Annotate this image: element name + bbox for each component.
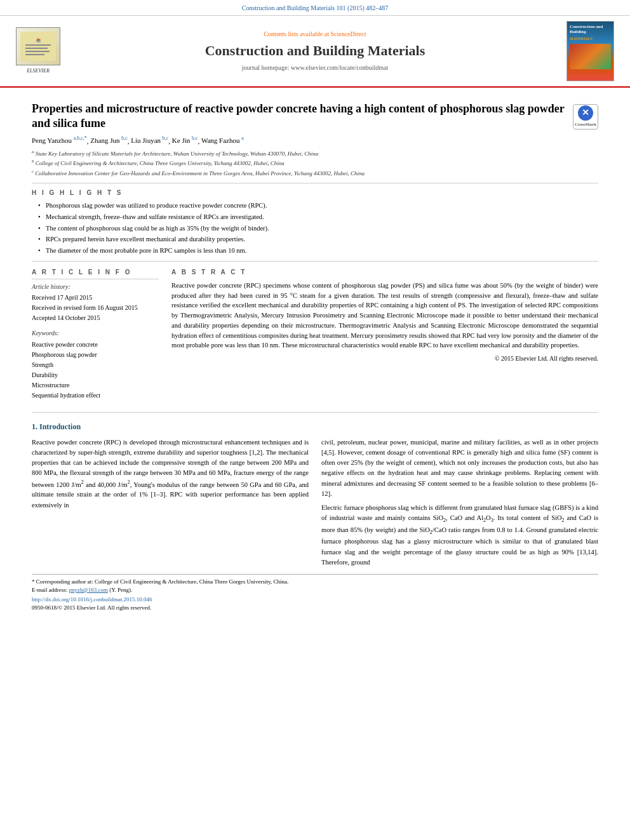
- article-info-col: A R T I C L E I N F O Article history: R…: [32, 268, 159, 407]
- divider-1: [32, 183, 598, 183]
- affiliation-c: c Collaborative Innovation Center for Ge…: [32, 168, 598, 178]
- science-direct-text: ScienceDirect: [330, 30, 366, 37]
- author-1-sup: a,b,c,*: [74, 136, 87, 142]
- author-1: Peng Yanzhou a,b,c,*: [32, 137, 87, 144]
- keyword-item: Sequential hydration effect: [32, 390, 159, 401]
- elsevier-logo-area: 📚 ELSEVIER: [13, 27, 64, 74]
- highlight-item: Mechanical strength, freeze–thaw and sul…: [38, 213, 598, 222]
- keyword-item: Phosphorous slag powder: [32, 350, 159, 360]
- highlight-item: The diameter of the most probable pore i…: [38, 246, 598, 256]
- keywords-section: Keywords: Reactive powder concrete Phosp…: [32, 329, 159, 401]
- journal-header: 📚 ELSEVIER Contents lists available at S…: [0, 16, 630, 88]
- journal-reference: Construction and Building Materials 101 …: [0, 0, 630, 16]
- keyword-item: Durability: [32, 370, 159, 380]
- author-5-sup: a: [241, 136, 244, 142]
- intro-right-text-1: civil, petroleum, nuclear power, municip…: [321, 437, 598, 500]
- article-title: Properties and microstructure of reactiv…: [32, 102, 566, 131]
- highlight-item: RPCs prepared herein have excellent mech…: [38, 235, 598, 244]
- intro-right-text-2: Electric furnace phosphorus slag which i…: [321, 503, 598, 568]
- affiliation-b: b College of Civil Engineering & Archite…: [32, 158, 598, 168]
- corresponding-footnote: * Corresponding author at: College of Ci…: [32, 578, 598, 586]
- divider-3: [32, 412, 598, 413]
- email-link[interactable]: pnyzh@163.com: [69, 587, 108, 593]
- revised-date: Received in revised form 16 August 2015: [32, 303, 159, 312]
- footnote-area: * Corresponding author at: College of Ci…: [32, 574, 598, 611]
- svg-rect-0: [20, 32, 56, 61]
- elsevier-icon: 📚: [16, 27, 60, 65]
- highlights-section: H I G H L I G H T S Phosphorous slag pow…: [32, 189, 598, 255]
- journal-cover-art: Construction and Building MATERIALS: [566, 21, 614, 81]
- svg-text:📚: 📚: [36, 38, 41, 43]
- journal-title-area: Contents lists available at ScienceDirec…: [64, 30, 566, 72]
- keyword-item: Microstructure: [32, 380, 159, 390]
- author-4: Ke Jin b,c: [172, 137, 198, 144]
- cover-title: Construction and Building: [570, 24, 611, 35]
- highlights-label: H I G H L I G H T S: [32, 189, 598, 197]
- introduction-heading: 1. Introduction: [32, 422, 598, 432]
- keywords-label: Keywords:: [32, 329, 159, 338]
- received-date: Received 17 April 2015: [32, 293, 159, 302]
- main-content: Properties and microstructure of reactiv…: [0, 88, 630, 625]
- crossmark-label: CrossMark: [575, 122, 596, 128]
- cover-subtitle: MATERIALS: [570, 36, 611, 41]
- crossmark-icon: ✕: [578, 105, 593, 121]
- intro-left-col: Reactive powder concrete (RPC) is develo…: [32, 437, 309, 568]
- info-abstract-area: A R T I C L E I N F O Article history: R…: [32, 268, 598, 407]
- affiliation-a: a State Key Laboratory of Silicate Mater…: [32, 149, 598, 159]
- author-3-sup: b,c: [163, 136, 169, 142]
- intro-right-col: civil, petroleum, nuclear power, municip…: [321, 437, 598, 568]
- issn-line: 0950-0618/© 2015 Elsevier Ltd. All right…: [32, 604, 598, 612]
- intro-left-text: Reactive powder concrete (RPC) is develo…: [32, 437, 309, 510]
- author-2-sup: b,c: [121, 136, 128, 142]
- crossmark-badge: ✕ CrossMark: [573, 104, 598, 130]
- divider-2: [32, 261, 598, 262]
- keyword-item: Strength: [32, 360, 159, 370]
- svg-rect-3: [25, 48, 48, 49]
- introduction-columns: Reactive powder concrete (RPC) is develo…: [32, 437, 598, 568]
- article-title-area: Properties and microstructure of reactiv…: [32, 102, 598, 131]
- abstract-label: A B S T R A C T: [171, 268, 598, 277]
- email-footnote: E-mail address: pnyzh@163.com (Y. Peng).: [32, 586, 598, 594]
- highlight-item: The content of phosphorous slag could be…: [38, 224, 598, 234]
- article-info-section: A R T I C L E I N F O Article history: R…: [32, 268, 159, 323]
- keyword-item: Reactive powder concrete: [32, 340, 159, 350]
- authors-line: Peng Yanzhou a,b,c,*, Zhang Jun b,c, Liu…: [32, 135, 598, 146]
- science-direct-link: Contents lists available at ScienceDirec…: [64, 30, 566, 39]
- introduction-section: 1. Introduction Reactive powder concrete…: [32, 422, 598, 568]
- journal-homepage: journal homepage: www.elsevier.com/locat…: [64, 63, 566, 72]
- keywords-list: Reactive powder concrete Phosphorous sla…: [32, 340, 159, 401]
- doi-line: http://dx.doi.org/10.1016/j.conbuildmat.…: [32, 596, 598, 604]
- elsevier-text: ELSEVIER: [27, 67, 50, 74]
- affiliations: a State Key Laboratory of Silicate Mater…: [32, 149, 598, 178]
- author-5: Wang Fazhou a: [201, 137, 244, 144]
- highlights-list: Phosphorous slag powder was utilized to …: [32, 201, 598, 255]
- author-2: Zhang Jun b,c: [90, 137, 127, 144]
- journal-cover-image: Construction and Building MATERIALS: [566, 21, 617, 81]
- svg-rect-5: [25, 54, 44, 55]
- svg-rect-4: [25, 51, 50, 52]
- accepted-date: Accepted 14 October 2015: [32, 314, 159, 323]
- author-3: Liu Jiuyan b,c: [131, 137, 168, 144]
- highlight-item: Phosphorous slag powder was utilized to …: [38, 201, 598, 211]
- journal-main-title: Construction and Building Materials: [64, 41, 566, 61]
- author-4-sup: b,c: [192, 136, 198, 142]
- copyright-text: © 2015 Elsevier Ltd. All rights reserved…: [171, 354, 598, 363]
- abstract-col: A B S T R A C T Reactive powder concrete…: [171, 268, 598, 407]
- abstract-text: Reactive powder concrete (RPC) specimens…: [171, 281, 598, 350]
- svg-rect-2: [25, 44, 51, 46]
- article-history-label: Article history:: [32, 283, 159, 291]
- article-info-label: A R T I C L E I N F O: [32, 268, 159, 279]
